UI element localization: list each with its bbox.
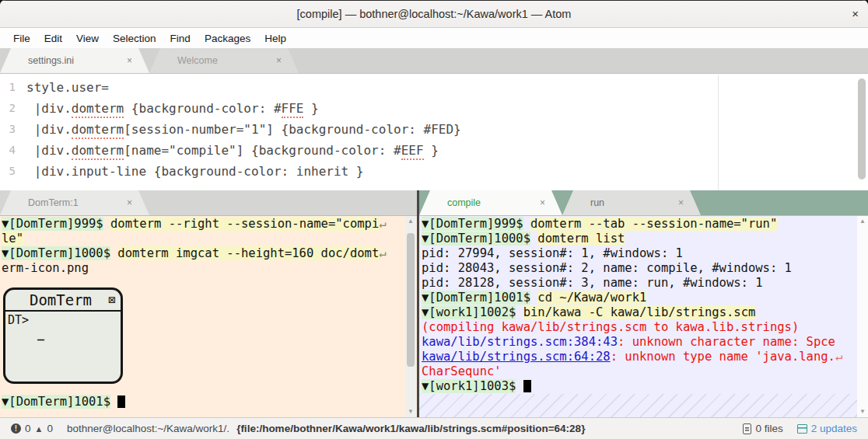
terminal-line: ▼[work1]1003$ (422, 379, 857, 394)
terminal-line: (compiling kawa/lib/strings.scm to kawa.… (422, 320, 857, 335)
line-number: 5 (0, 161, 26, 182)
statusbar-right: 0 files 2 updates (743, 423, 857, 434)
git-files-status[interactable]: 0 files (743, 423, 782, 434)
block-cursor (523, 380, 531, 392)
prompt-toggle[interactable]: ▼[DomTerm]1001$ (422, 291, 530, 305)
terminal-line: erm-icon.png (2, 261, 406, 276)
terminal-line: kawa/lib/strings.scm:64:28: unknown type… (422, 350, 857, 364)
tab-compile[interactable]: compile × (419, 190, 562, 215)
text-editor[interactable]: 1 style.user= 2 |div.domterm {background… (0, 75, 868, 190)
terminal-line: ▼[work1]1002$ bin/kawa -C kawa/lib/strin… (422, 305, 857, 320)
file-position-link[interactable]: kawa/lib/strings.scm:384:43 (422, 335, 618, 349)
code-segment: } (303, 101, 318, 116)
menu-help[interactable]: Help (257, 30, 293, 47)
code-segment: [name="compile"] {background-color: # (124, 143, 401, 158)
code-text: |div.domterm[name="compile"] {background… (26, 140, 439, 161)
prompt-toggle[interactable]: ▼[work1]1003$ (422, 379, 516, 393)
editor-scrollbar-thumb[interactable] (858, 78, 866, 179)
command-text: le" (2, 232, 23, 246)
space (110, 395, 117, 409)
tab-label: settings.ini (28, 55, 74, 66)
scroll-down-icon[interactable]: ▼ (408, 406, 414, 417)
window-title: [compile] — bothner@localhost:~/Kawa/wor… (0, 8, 868, 20)
package-updates[interactable]: 2 updates (797, 423, 857, 434)
terminal-line: ▼[DomTerm]999$ domterm --right --session… (2, 217, 406, 232)
domterm-icon-image: DomTerm ⊠ DT> _ (3, 287, 123, 384)
tab-settings-ini[interactable]: settings.ini × (0, 48, 149, 73)
code-text: |div.domterm[session-number="1"] {backgr… (26, 119, 461, 140)
tab-run[interactable]: run × (562, 190, 701, 215)
menu-view[interactable]: View (69, 30, 106, 47)
space (530, 291, 537, 305)
domterm-icon-prompt: DT> (8, 313, 118, 327)
space (103, 217, 110, 231)
compile-terminal[interactable]: ▼[DomTerm]999$ domterm --tab --session-n… (419, 216, 868, 417)
tab-welcome[interactable]: Welcome × (149, 48, 299, 73)
diagnostics-summary[interactable]: ! 0 ▲ 0 (11, 423, 53, 434)
title-bar: [compile] — bothner@localhost:~/Kawa/wor… (0, 0, 868, 28)
file-position-link[interactable]: kawa/lib/strings.scm:64:28 (422, 350, 611, 364)
scroll-up-icon[interactable]: ▲ (408, 216, 414, 227)
scrollbar-thumb[interactable] (407, 233, 415, 367)
error-count: 0 (25, 423, 31, 434)
prompt-toggle[interactable]: ▼[DomTerm]999$ (422, 217, 523, 231)
file-icon (743, 423, 751, 434)
tab-close-icon[interactable]: × (678, 197, 684, 208)
tab-domterm-1[interactable]: DomTerm:1 × (0, 190, 149, 215)
left-terminal[interactable]: ▼[DomTerm]999$ domterm --right --session… (0, 216, 417, 417)
editor-line: 3 |div.domterm[session-number="1"] {back… (0, 119, 868, 140)
menu-packages[interactable]: Packages (198, 30, 257, 47)
atom-window: [compile] — bothner@localhost:~/Kawa/wor… (0, 0, 868, 439)
package-icon (797, 424, 807, 434)
editor-line: 4 |div.domterm[name="compile"] {backgrou… (0, 140, 868, 161)
window-close-icon[interactable]: × (852, 7, 859, 20)
menu-file[interactable]: File (6, 30, 37, 47)
left-terminal-scrollbar[interactable]: ▲ ▼ (405, 216, 416, 417)
code-segment: |div. (26, 122, 72, 137)
tab-close-icon[interactable]: × (127, 197, 132, 208)
wrap-indicator-icon: ↵ (379, 217, 386, 231)
error-text: CharSequnc' (422, 364, 502, 378)
wrap-indicator-icon: ↵ (835, 350, 842, 364)
warning-count: 0 (47, 423, 53, 434)
tab-close-icon[interactable]: × (276, 55, 282, 66)
code-text: |div.input-line {background-color: inher… (26, 161, 363, 182)
space (110, 246, 117, 260)
prompt-toggle[interactable]: ▼[DomTerm]1001$ (2, 395, 110, 409)
line-number: 3 (0, 119, 26, 140)
file-position-reference: {file:/home/bothner/Kawa/work1/kawa/lib/… (236, 423, 585, 434)
space (530, 232, 537, 246)
prompt-toggle[interactable]: ▼[DomTerm]1000$ (2, 246, 110, 260)
terminal-line: pid: 28128, session#: 3, name: run, #win… (422, 276, 857, 291)
prompt-toggle[interactable]: ▼[DomTerm]1000$ (422, 232, 530, 246)
prompt-toggle[interactable]: ▼[DomTerm]999$ (2, 217, 103, 231)
tab-close-icon[interactable]: × (127, 55, 132, 66)
output-text: pid: 28128, session#: 3, name: run, #win… (422, 276, 763, 290)
tab-label: Welcome (177, 55, 218, 66)
scroll-up-icon[interactable]: ▲ (859, 216, 866, 227)
editor-line: 2 |div.domterm {background-color: #FFE } (0, 98, 868, 119)
terminal-line: le" (2, 232, 406, 246)
code-segment: } (424, 143, 439, 158)
terminal-line: ▼[DomTerm]1000$ domterm list (422, 232, 857, 246)
menu-find[interactable]: Find (163, 30, 198, 47)
editor-line: 5 |div.input-line {background-color: inh… (0, 161, 868, 182)
domterm-icon-cursor: _ (37, 327, 118, 341)
prompt-toggle[interactable]: ▼[work1]1002$ (422, 305, 516, 319)
editor-line: 1 style.user= (0, 77, 868, 98)
command-text: bin/kawa -C kawa/lib/strings.scm (523, 305, 756, 319)
menu-selection[interactable]: Selection (106, 30, 163, 47)
tab-close-icon[interactable]: × (540, 197, 545, 208)
line-number: 1 (0, 77, 26, 98)
scroll-down-icon[interactable]: ▼ (859, 406, 866, 417)
menu-edit[interactable]: Edit (37, 30, 69, 47)
terminal-panes: DomTerm:1 × ▼[DomTerm]999$ domterm --rig… (0, 190, 868, 417)
command-text: domterm imgcat --height=160 doc/domt (117, 246, 379, 260)
terminal-line: pid: 28043, session#: 2, name: compile, … (422, 261, 857, 276)
right-terminal-scrollbar[interactable]: ▲ ▼ (857, 216, 868, 417)
status-bar: ! 0 ▲ 0 bothner@localhost:~/Kawa/work1/.… (0, 417, 868, 439)
editor-lines: 1 style.user= 2 |div.domterm {background… (0, 75, 868, 182)
code-segment: style.user= (26, 80, 109, 95)
output-text: pid: 28043, session#: 2, name: compile, … (422, 261, 792, 275)
code-segment: {background-color: # (124, 101, 281, 116)
